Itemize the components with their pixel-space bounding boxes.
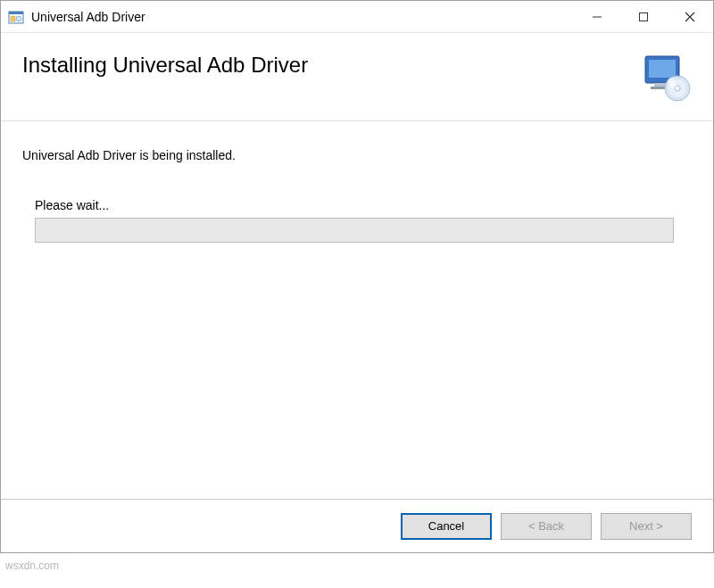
status-text: Universal Adb Driver is being installed. [22, 148, 683, 162]
progress-bar [35, 218, 674, 243]
svg-rect-1 [9, 12, 23, 14]
back-button: < Back [501, 513, 592, 540]
next-button: Next > [601, 513, 692, 540]
svg-rect-2 [11, 16, 15, 21]
footer-buttons: Cancel < Back Next > [1, 499, 713, 552]
cancel-button[interactable]: Cancel [401, 513, 492, 540]
wait-label: Please wait... [22, 198, 683, 212]
page-title: Installing Universal Adb Driver [22, 53, 633, 78]
svg-rect-9 [649, 60, 676, 78]
close-button[interactable] [667, 1, 713, 33]
computer-disc-icon [642, 53, 692, 103]
header-panel: Installing Universal Adb Driver [1, 33, 713, 121]
svg-rect-5 [640, 12, 648, 21]
content-area: Universal Adb Driver is being installed.… [1, 121, 713, 499]
svg-point-3 [16, 16, 21, 21]
minimize-button[interactable] [574, 1, 620, 33]
installer-window: Universal Adb Driver Installing Universa… [0, 0, 714, 553]
maximize-button[interactable] [620, 1, 667, 33]
window-title: Universal Adb Driver [31, 10, 574, 24]
installer-package-icon [8, 9, 24, 25]
titlebar: Universal Adb Driver [1, 1, 713, 33]
